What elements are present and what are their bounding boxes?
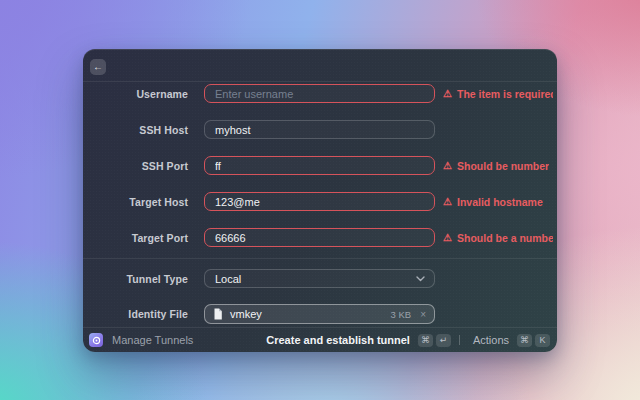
- form-row-tunnel-type: Tunnel Type Local: [83, 269, 557, 288]
- tunnel-type-label: Tunnel Type: [83, 273, 204, 285]
- error-text: Should be number: [457, 160, 549, 172]
- error-text: Should be a number betw…: [457, 232, 553, 244]
- identity-file-label: Identity File: [83, 308, 204, 320]
- extension-icon: [89, 333, 103, 347]
- window-header: ←: [83, 49, 557, 81]
- target-port-label: Target Port: [83, 232, 204, 244]
- desktop-background: ← Username ⚠ The item is required SSH Ho…: [0, 0, 640, 400]
- tunnel-type-select[interactable]: Local: [204, 269, 435, 288]
- form-row-target-host: Target Host ⚠ Invalid hostname: [83, 192, 557, 211]
- actions-button[interactable]: Actions: [473, 334, 509, 346]
- form-row-target-port: Target Port ⚠ Should be a number betw…: [83, 228, 557, 247]
- warning-icon: ⚠: [443, 89, 452, 99]
- ssh-host-label: SSH Host: [83, 124, 204, 136]
- return-key-icon: ↵: [436, 334, 451, 347]
- action-bar: Manage Tunnels Create and establish tunn…: [83, 328, 557, 352]
- ssh-port-input[interactable]: [204, 156, 435, 175]
- username-input[interactable]: [204, 84, 435, 103]
- primary-action-button[interactable]: Create and establish tunnel: [266, 334, 410, 346]
- ssh-port-error: ⚠ Should be number: [443, 160, 549, 172]
- target-port-input[interactable]: [204, 228, 435, 247]
- target-host-input[interactable]: [204, 192, 435, 211]
- warning-icon: ⚠: [443, 161, 452, 171]
- section-divider: [83, 258, 557, 259]
- tunnel-form: Username ⚠ The item is required SSH Host…: [83, 82, 557, 352]
- action-bar-left: Manage Tunnels: [89, 333, 266, 347]
- extension-name: Manage Tunnels: [112, 334, 193, 346]
- file-size: 3 KB: [391, 309, 412, 320]
- error-text: The item is required: [457, 88, 553, 100]
- username-label: Username: [83, 88, 204, 100]
- form-row-ssh-port: SSH Port ⚠ Should be number: [83, 156, 557, 175]
- file-name: vmkey: [230, 308, 384, 320]
- warning-icon: ⚠: [443, 233, 452, 243]
- back-button[interactable]: ←: [90, 59, 106, 75]
- command-key-icon: ⌘: [517, 334, 532, 347]
- target-host-label: Target Host: [83, 196, 204, 208]
- target-port-error: ⚠ Should be a number betw…: [443, 232, 553, 244]
- username-error: ⚠ The item is required: [443, 88, 553, 100]
- k-key-icon: K: [535, 334, 550, 347]
- error-text: Invalid hostname: [457, 196, 543, 208]
- action-bar-right: Create and establish tunnel ⌘ ↵ Actions …: [266, 334, 550, 347]
- identity-file-picker[interactable]: vmkey 3 KB ×: [204, 304, 435, 324]
- footer-separator: [459, 335, 460, 345]
- tunnel-form-window: ← Username ⚠ The item is required SSH Ho…: [83, 49, 557, 352]
- tunnel-type-value: Local: [215, 273, 241, 285]
- command-key-icon: ⌘: [418, 334, 433, 347]
- form-row-username: Username ⚠ The item is required: [83, 84, 557, 103]
- target-host-error: ⚠ Invalid hostname: [443, 196, 543, 208]
- chevron-down-icon: [416, 276, 425, 282]
- remove-file-icon[interactable]: ×: [420, 309, 426, 320]
- ssh-port-label: SSH Port: [83, 160, 204, 172]
- ssh-host-input[interactable]: [204, 120, 435, 139]
- warning-icon: ⚠: [443, 197, 452, 207]
- form-row-identity-file: Identity File vmkey 3 KB ×: [83, 304, 557, 324]
- form-row-ssh-host: SSH Host: [83, 120, 557, 139]
- document-icon: [213, 308, 223, 320]
